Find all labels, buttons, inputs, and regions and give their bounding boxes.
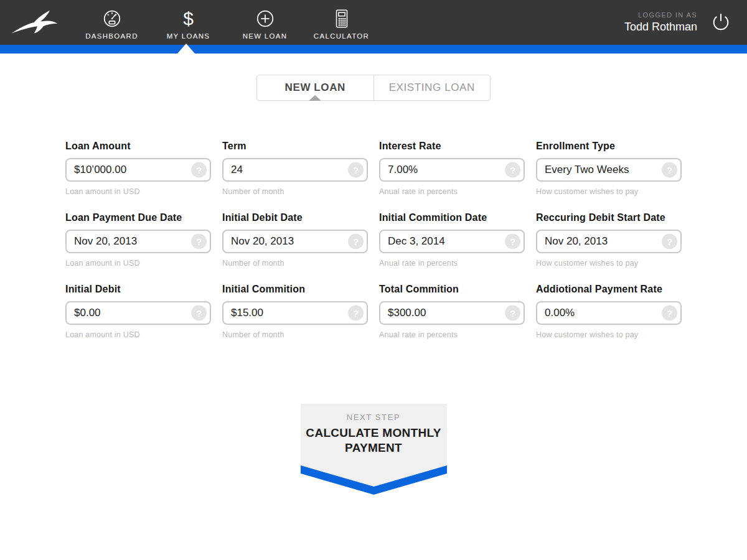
field-helper: Loan amount in USD: [65, 187, 211, 196]
tab-existing-loan[interactable]: EXISTING LOAN: [374, 75, 491, 100]
term-input[interactable]: [222, 158, 368, 182]
chevron-down-icon: [301, 465, 447, 495]
help-icon[interactable]: ?: [662, 162, 677, 178]
calculate-monthly-payment-button[interactable]: NEXT STEP CALCULATE MONTHLY PAYMENT: [301, 404, 447, 495]
field-interest-rate: Interest Rate ? Anual rate in percents: [379, 141, 525, 196]
help-icon[interactable]: ?: [191, 234, 207, 250]
field-label: Interest Rate: [379, 141, 525, 152]
logout-button[interactable]: [711, 12, 731, 33]
tab-label: NEW LOAN: [285, 82, 345, 94]
field-term: Term ? Number of month: [222, 141, 368, 196]
dollar-icon: $: [183, 8, 194, 29]
interest-rate-input[interactable]: [379, 158, 525, 182]
logged-in-user: LOGGED IN AS Todd Rothman: [624, 11, 697, 34]
field-label: Loan Payment Due Date: [65, 212, 211, 223]
enrollment-type-input[interactable]: [536, 158, 682, 182]
field-label: Term: [222, 141, 368, 152]
field-helper: Anual rate in percents: [379, 259, 525, 268]
main-nav: DASHBOARD $ MY LOANS NEW LOAN: [73, 0, 380, 45]
help-icon[interactable]: ?: [505, 234, 520, 250]
field-helper: Anual rate in percents: [379, 187, 525, 196]
field-label: Initial Debit Date: [222, 212, 368, 223]
field-addiotional-payment-rate: Addiotional Payment Rate ? How customer …: [536, 284, 682, 339]
reccuring-debit-start-date-input[interactable]: [536, 230, 682, 253]
field-initial-commition: Initial Commition ? Number of month: [222, 284, 368, 339]
field-helper: How customer wishes to pay: [536, 330, 682, 339]
next-step-label: NEXT STEP: [306, 413, 442, 422]
power-icon: [711, 12, 731, 33]
accent-bar: [0, 45, 747, 54]
initial-debit-input[interactable]: [65, 301, 211, 325]
initial-debit-date-input[interactable]: [222, 230, 368, 253]
logged-in-as-label: LOGGED IN AS: [624, 11, 697, 19]
field-helper: Number of month: [222, 187, 368, 196]
field-loan-amount: Loan Amount ? Loan amount in USD: [65, 141, 211, 196]
help-icon[interactable]: ?: [662, 234, 677, 250]
field-label: Initial Commition Date: [379, 212, 525, 223]
field-label: Total Commition: [379, 284, 525, 295]
user-name: Todd Rothman: [624, 21, 697, 34]
field-helper: Loan amount in USD: [65, 259, 211, 268]
header-user-area: LOGGED IN AS Todd Rothman: [624, 0, 747, 45]
help-icon[interactable]: ?: [662, 306, 677, 321]
total-commition-input[interactable]: [379, 301, 525, 325]
field-helper: Loan amount in USD: [65, 330, 211, 339]
nav-item-new-loan[interactable]: NEW LOAN: [227, 0, 303, 45]
field-helper: Number of month: [222, 330, 368, 339]
nav-item-calculator[interactable]: CALCULATOR: [303, 0, 380, 45]
loan-amount-input[interactable]: [65, 158, 211, 182]
field-helper: Number of month: [222, 259, 368, 268]
active-tab-pointer: [309, 95, 321, 101]
field-enrollment-type: Enrollment Type ? How customer wishes to…: [536, 141, 682, 196]
help-icon[interactable]: ?: [505, 162, 520, 178]
field-initial-debit-date: Initial Debit Date ? Number of month: [222, 212, 368, 268]
nav-label: MY LOANS: [167, 32, 210, 40]
calculator-icon: [331, 8, 352, 29]
help-icon[interactable]: ?: [191, 306, 207, 321]
field-initial-commition-date: Initial Commition Date ? Anual rate in p…: [379, 212, 525, 268]
tab-new-loan[interactable]: NEW LOAN: [257, 75, 374, 100]
eagle-logo[interactable]: [0, 0, 73, 45]
field-initial-debit: Initial Debit ? Loan amount in USD: [65, 284, 211, 339]
nav-label: CALCULATOR: [314, 32, 369, 40]
field-helper: How customer wishes to pay: [536, 259, 682, 268]
nav-item-dashboard[interactable]: DASHBOARD: [73, 0, 150, 45]
field-reccuring-debit-start-date: Reccuring Debit Start Date ? How custome…: [536, 212, 682, 268]
nav-item-my-loans[interactable]: $ MY LOANS: [150, 0, 227, 45]
nav-label: NEW LOAN: [243, 32, 288, 40]
active-nav-pointer: [177, 44, 195, 54]
field-label: Addiotional Payment Rate: [536, 284, 682, 295]
loan-type-tabs: NEW LOAN EXISTING LOAN: [256, 75, 491, 101]
gauge-icon: [101, 8, 123, 29]
field-helper: How customer wishes to pay: [536, 187, 682, 196]
field-loan-payment-due-date: Loan Payment Due Date ? Loan amount in U…: [65, 212, 211, 268]
field-total-commition: Total Commition ? Anual rate in percents: [379, 284, 525, 339]
app-header: DASHBOARD $ MY LOANS NEW LOAN: [0, 0, 747, 45]
help-icon[interactable]: ?: [505, 306, 520, 321]
calculate-button-label: CALCULATE MONTHLY PAYMENT: [306, 426, 442, 456]
field-label: Enrollment Type: [536, 141, 682, 152]
help-icon[interactable]: ?: [191, 162, 207, 178]
help-icon[interactable]: ?: [348, 306, 364, 321]
initial-commition-input[interactable]: [222, 301, 368, 325]
initial-commition-date-input[interactable]: [379, 230, 525, 253]
field-label: Initial Debit: [65, 284, 211, 295]
field-label: Loan Amount: [65, 141, 211, 152]
help-icon[interactable]: ?: [348, 162, 364, 178]
field-helper: Anual rate in percents: [379, 330, 525, 339]
help-icon[interactable]: ?: [348, 234, 364, 250]
plus-circle-icon: [255, 8, 276, 29]
nav-label: DASHBOARD: [85, 32, 138, 40]
eagle-icon: [9, 4, 64, 40]
tab-label: EXISTING LOAN: [389, 82, 475, 94]
field-label: Reccuring Debit Start Date: [536, 212, 682, 223]
addiotional-payment-rate-input[interactable]: [536, 301, 682, 325]
loan-payment-due-date-input[interactable]: [65, 230, 211, 253]
field-label: Initial Commition: [222, 284, 368, 295]
loan-form: Loan Amount ? Loan amount in USD Term ? …: [65, 141, 682, 339]
